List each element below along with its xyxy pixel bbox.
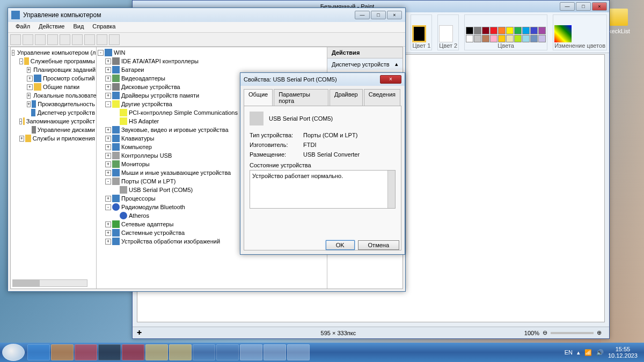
color-swatch[interactable] (474, 27, 481, 34)
forward-button[interactable] (23, 34, 33, 45)
tab-Драйвер[interactable]: Драйвер (330, 89, 363, 106)
color-swatch[interactable] (482, 27, 489, 34)
ribbon-edit-colors[interactable]: Изменение цветов (553, 14, 607, 50)
color-swatch[interactable] (490, 27, 497, 34)
tree-node[interactable]: +Службы и приложения (12, 134, 95, 143)
expander-icon[interactable]: - (19, 119, 22, 124)
expander-icon[interactable]: + (27, 67, 31, 73)
taskbar-chrome[interactable] (193, 344, 215, 360)
toolbar-button[interactable] (97, 34, 107, 45)
maximize-button[interactable]: □ (576, 2, 591, 11)
tree-node[interactable]: -Запоминающие устройст (12, 117, 95, 125)
up-button[interactable] (35, 34, 46, 45)
expander-icon[interactable]: + (27, 84, 33, 90)
color-swatch[interactable] (530, 35, 538, 42)
language-indicator[interactable]: EN (565, 349, 573, 356)
ribbon-color1[interactable]: Цвет 1 (411, 14, 432, 50)
expander-icon[interactable]: + (105, 170, 111, 176)
minimize-button[interactable]: — (355, 11, 370, 19)
expander-icon[interactable]: + (105, 76, 111, 82)
tree-node[interactable]: Диспетчер устройств (12, 108, 95, 117)
expander-icon[interactable]: + (27, 93, 31, 99)
expander-icon[interactable]: + (27, 101, 31, 107)
taskbar-ie[interactable] (27, 344, 50, 360)
ribbon-color2[interactable]: Цвет 2 (437, 14, 459, 50)
expander-icon[interactable]: + (105, 196, 111, 202)
compmgmt-titlebar[interactable]: Управление компьютером — □ × (8, 8, 405, 22)
cancel-button[interactable]: Отмена (358, 240, 399, 250)
color-swatch[interactable] (522, 35, 530, 42)
network-icon[interactable]: 📶 (584, 349, 592, 356)
expander-icon[interactable]: - (105, 179, 111, 184)
taskbar-opera[interactable] (122, 344, 144, 360)
color-swatch[interactable] (498, 35, 506, 42)
close-button[interactable]: × (380, 75, 401, 84)
tab-Сведения[interactable]: Сведения (364, 89, 400, 106)
color-swatch[interactable] (466, 27, 473, 34)
expander-icon[interactable]: + (105, 230, 111, 236)
clock[interactable]: 15:55 10.12.2023 (608, 346, 638, 359)
expander-icon[interactable]: + (105, 144, 111, 150)
color-swatch[interactable] (530, 27, 538, 34)
color-swatch[interactable] (482, 35, 489, 42)
minimize-button[interactable]: — (560, 2, 575, 11)
color-swatch[interactable] (538, 27, 546, 34)
toolbar-button[interactable] (84, 34, 95, 45)
color-swatch[interactable] (506, 35, 514, 42)
help-button[interactable] (72, 34, 83, 45)
expander-icon[interactable]: + (27, 76, 33, 82)
color-swatch[interactable] (506, 27, 514, 34)
tree-node[interactable]: Управление дисками (12, 125, 95, 134)
taskbar-mediaplayer[interactable] (51, 344, 74, 360)
back-button[interactable] (10, 34, 21, 45)
expander-icon[interactable]: + (105, 153, 111, 159)
menu-item[interactable]: Справка (88, 22, 120, 32)
menu-item[interactable]: Файл (11, 22, 34, 32)
close-button[interactable]: × (592, 2, 607, 11)
tree-node[interactable]: +Общие папки (12, 83, 95, 91)
close-button[interactable]: × (387, 11, 402, 19)
properties-button[interactable] (60, 34, 70, 45)
scrollbar[interactable] (387, 171, 395, 208)
expander-icon[interactable]: + (105, 84, 111, 90)
tree-node[interactable]: +Производительность (12, 100, 95, 108)
expander-icon[interactable]: - (98, 50, 104, 56)
expander-icon[interactable]: + (105, 127, 111, 133)
taskbar-explorer[interactable] (145, 344, 168, 360)
maximize-button[interactable]: □ (371, 11, 386, 19)
horizontal-scrollbar[interactable] (12, 279, 87, 287)
menu-item[interactable]: Вид (69, 22, 88, 32)
taskbar-compmgmt[interactable] (287, 344, 310, 360)
menu-item[interactable]: Действие (34, 22, 69, 32)
tree-node[interactable]: -WIN (98, 48, 326, 57)
tree-node[interactable]: -Служебные программы (12, 57, 95, 65)
expander-icon[interactable]: - (105, 101, 111, 107)
expander-icon[interactable]: + (105, 161, 111, 167)
expander-icon[interactable]: + (105, 136, 111, 142)
expander-icon[interactable]: - (105, 204, 111, 210)
color-swatch[interactable] (514, 35, 522, 42)
color-swatch[interactable] (522, 27, 530, 34)
expander-icon[interactable]: + (19, 136, 24, 142)
expander-icon[interactable]: + (105, 221, 111, 227)
volume-icon[interactable]: 🔊 (596, 349, 604, 356)
expander-icon[interactable]: + (105, 93, 111, 99)
props-titlebar[interactable]: Свойства: USB Serial Port (COM5) × (240, 73, 405, 86)
expander-icon[interactable]: + (105, 239, 111, 245)
expander-icon[interactable]: - (19, 58, 23, 64)
tree-node[interactable]: +Просмотр событий (12, 74, 95, 83)
actions-section[interactable]: Диспетчер устройств ▴ (327, 58, 402, 70)
expander-icon[interactable]: + (105, 67, 111, 73)
taskbar-paint2[interactable] (264, 344, 286, 360)
tree-node[interactable]: -Управление компьютером (л (12, 48, 95, 57)
refresh-button[interactable] (47, 34, 58, 45)
color-swatch[interactable] (474, 35, 481, 42)
expander-icon[interactable]: + (105, 58, 111, 64)
taskbar-yandex[interactable] (75, 344, 97, 360)
tree-node[interactable]: +Планировщик заданий (12, 65, 95, 74)
color-swatch[interactable] (538, 35, 546, 42)
taskbar-explorer2[interactable] (169, 344, 192, 360)
tab-Общие[interactable]: Общие (244, 89, 273, 106)
toolbar-button[interactable] (109, 34, 120, 45)
color-swatch[interactable] (490, 35, 497, 42)
